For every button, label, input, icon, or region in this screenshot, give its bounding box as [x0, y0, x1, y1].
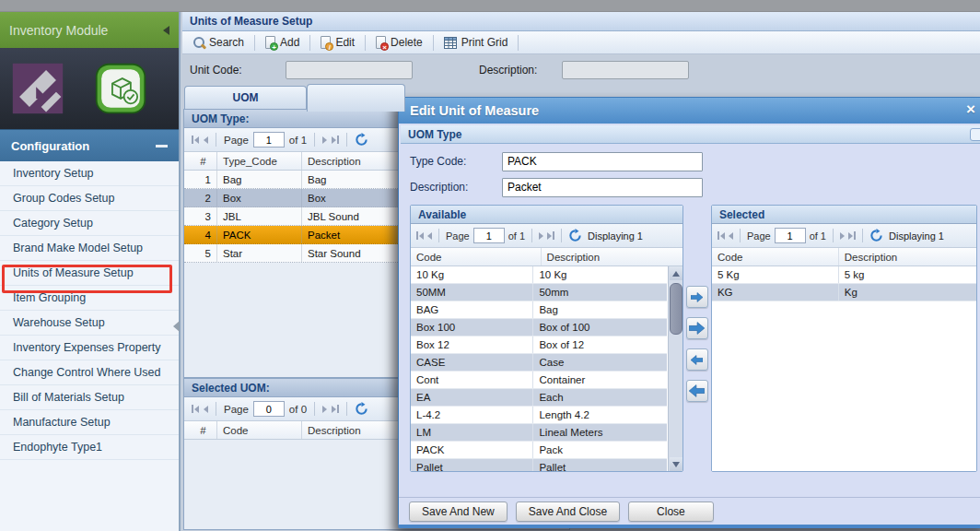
column-header-description[interactable]: Description [839, 248, 976, 266]
delete-icon: × [376, 36, 386, 49]
sidebar-item-bill-of-materials-setup[interactable]: Bill of Materials Setup [0, 385, 179, 410]
edit-button[interactable]: / Edit [315, 34, 360, 51]
tab-uom[interactable]: UOM [184, 86, 307, 109]
column-header-type-code[interactable]: Type_Code [217, 152, 302, 170]
dialog-title-bar[interactable]: Edit Unit of Measure × [399, 98, 980, 124]
close-icon[interactable]: × [966, 101, 975, 118]
first-page-icon[interactable] [416, 231, 424, 240]
sidebar-collapse-icon[interactable] [163, 26, 169, 35]
close-button[interactable]: Close [628, 502, 714, 522]
next-page-icon[interactable] [322, 136, 327, 144]
type-code-field[interactable] [502, 152, 703, 171]
sidebar-item-units-of-measure-setup[interactable]: Units of Measure Setup [0, 261, 179, 286]
add-button[interactable]: + Add [260, 34, 305, 51]
page-title: Units of Measure Setup [190, 15, 312, 28]
page-number-input[interactable] [253, 132, 285, 148]
list-item[interactable]: CASECase [411, 354, 667, 372]
page-number-input[interactable] [253, 401, 285, 417]
last-page-icon[interactable] [332, 405, 339, 413]
list-item[interactable]: EAEach [411, 389, 667, 407]
refresh-icon[interactable] [355, 133, 368, 147]
list-item[interactable]: 5 Kg5 kg [712, 266, 976, 284]
column-header-code[interactable]: Code [712, 248, 839, 266]
sidebar-item-change-control-where-used[interactable]: Change Control Where Used [0, 360, 179, 385]
scrollbar-thumb[interactable] [670, 283, 682, 335]
first-page-icon[interactable] [718, 231, 725, 240]
page-number-input[interactable] [775, 228, 806, 243]
list-item[interactable]: PACKPack [411, 442, 667, 459]
selected-grid-body: 5 Kg5 kg KGKg [712, 266, 976, 471]
sidebar-item-manufacture-setup[interactable]: Manufacture Setup [0, 410, 179, 435]
column-header-num[interactable]: # [184, 152, 217, 170]
list-item[interactable]: BAGBag [411, 301, 667, 319]
list-item[interactable]: L-4.2Length 4.2 [411, 407, 667, 424]
sidebar-item-brand-make-model-setup[interactable]: Brand Make Model Setup [0, 236, 179, 261]
page-of-label: of 1 [289, 135, 307, 146]
sidebar-item-item-grouping[interactable]: Item Grouping [0, 286, 179, 311]
section-collapse-icon[interactable] [970, 128, 980, 141]
page-label: Page [446, 230, 470, 242]
last-page-icon[interactable] [848, 231, 856, 240]
next-page-icon[interactable] [840, 232, 845, 240]
tab-uom-type[interactable]: UOM Type [310, 86, 402, 109]
prev-page-icon[interactable] [427, 232, 432, 240]
move-left-button[interactable] [686, 348, 708, 371]
collapse-minus-icon[interactable] [156, 145, 168, 148]
save-and-new-button[interactable]: Save And New [409, 502, 508, 522]
sidebar-collapse-handle-icon[interactable] [173, 321, 180, 332]
refresh-icon[interactable] [355, 402, 368, 416]
last-page-icon[interactable] [332, 136, 339, 144]
inventory-app-icon[interactable] [94, 62, 147, 115]
configuration-section-header[interactable]: Configuration [0, 129, 179, 161]
list-item[interactable]: 10 Kg10 Kg [411, 266, 667, 284]
list-item[interactable]: Box 100Box of 100 [411, 319, 667, 336]
sidebar-item-warehouse-setup[interactable]: Warehouse Setup [0, 311, 179, 336]
sidebar-item-endophyte-type1[interactable]: Endophyte Type1 [0, 435, 179, 460]
list-item[interactable]: 50MM50mm [411, 284, 667, 301]
move-all-right-button[interactable] [686, 317, 708, 339]
move-right-button[interactable] [686, 286, 708, 308]
search-button[interactable]: Search [188, 34, 250, 51]
page-number-input[interactable] [473, 228, 505, 243]
sidebar-item-inventory-expenses-property[interactable]: Inventory Expenses Property [0, 336, 179, 360]
list-item[interactable]: KGKg [712, 284, 976, 301]
list-item[interactable]: LMLineal Meters [411, 424, 667, 442]
unit-code-field[interactable] [286, 61, 413, 79]
sidebar-item-group-codes-setup[interactable]: Group Codes Setup [0, 186, 179, 211]
next-page-icon[interactable] [539, 232, 543, 240]
prev-page-icon[interactable] [729, 232, 733, 240]
last-page-icon[interactable] [547, 231, 554, 240]
prev-page-icon[interactable] [204, 406, 208, 413]
edit-icon: / [321, 36, 331, 49]
sidebar-header: Inventory Module [0, 12, 179, 48]
prev-page-icon[interactable] [204, 136, 208, 144]
refresh-icon[interactable] [869, 229, 883, 242]
list-item[interactable]: Box 12Box of 12 [411, 336, 667, 354]
list-item[interactable]: PalletPallet [411, 459, 667, 471]
description-field[interactable] [562, 61, 689, 79]
list-item[interactable]: ContContainer [411, 372, 667, 389]
refresh-icon[interactable] [568, 229, 582, 242]
available-pager: Page of 1 Displaying 1 [411, 224, 682, 248]
first-page-icon[interactable] [192, 136, 199, 144]
delete-button[interactable]: × Delete [370, 34, 428, 51]
scrollbar[interactable] [668, 266, 682, 471]
toolbar: Search + Add / Edit × Delete [182, 31, 980, 54]
first-page-icon[interactable] [192, 405, 199, 413]
print-grid-button[interactable]: Print Grid [438, 34, 514, 51]
scroll-up-icon[interactable] [670, 266, 682, 280]
column-header-code[interactable]: Code [217, 421, 302, 439]
column-header-num[interactable]: # [184, 421, 217, 439]
sidebar-item-inventory-setup[interactable]: Inventory Setup [0, 161, 179, 186]
page-label: Page [224, 135, 249, 146]
column-header-code[interactable]: Code [411, 248, 542, 266]
move-all-left-button[interactable] [686, 380, 708, 402]
selected-panel-title: Selected [712, 206, 976, 224]
column-header-description[interactable]: Description [542, 248, 682, 266]
dialog-title: Edit Unit of Measure [410, 103, 539, 118]
scroll-down-icon[interactable] [670, 457, 682, 471]
sidebar-item-category-setup[interactable]: Category Setup [0, 211, 179, 236]
description-field[interactable] [502, 178, 703, 197]
save-and-close-button[interactable]: Save And Close [516, 502, 620, 522]
next-page-icon[interactable] [322, 406, 327, 413]
